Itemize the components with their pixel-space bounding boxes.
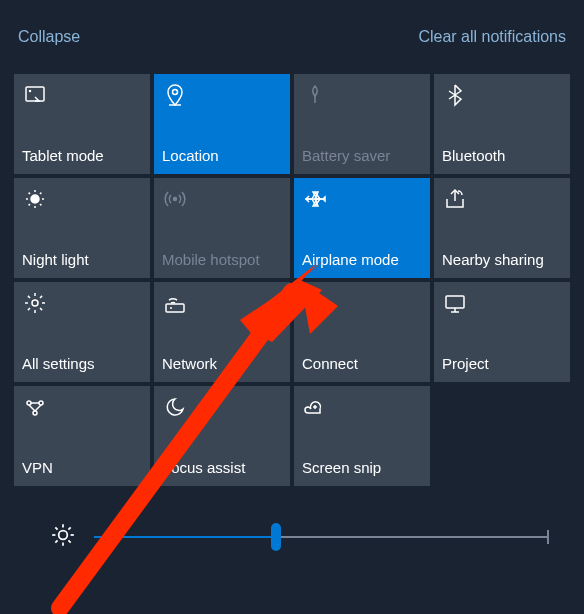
- network-icon: [162, 290, 188, 316]
- svg-line-27: [29, 405, 35, 411]
- svg-line-37: [55, 527, 57, 529]
- svg-line-13: [40, 193, 41, 194]
- svg-point-32: [59, 531, 68, 540]
- svg-rect-16: [166, 304, 184, 312]
- tile-airplane-mode[interactable]: Airplane mode: [294, 178, 430, 278]
- tile-battery-saver[interactable]: Battery saver: [294, 74, 430, 174]
- tile-label: Bluetooth: [442, 147, 562, 164]
- tile-all-settings[interactable]: All settings: [14, 282, 150, 382]
- brightness-slider[interactable]: [94, 525, 548, 549]
- tile-label: All settings: [22, 355, 142, 372]
- svg-line-11: [40, 204, 41, 205]
- svg-point-14: [174, 198, 177, 201]
- tile-label: Night light: [22, 251, 142, 268]
- svg-point-15: [32, 300, 38, 306]
- svg-line-39: [55, 540, 57, 542]
- quick-action-tiles: Tablet modeLocationBattery saverBluetoot…: [14, 74, 570, 486]
- tile-network[interactable]: Network: [154, 282, 290, 382]
- battery-icon: [302, 82, 328, 108]
- tile-label: Project: [442, 355, 562, 372]
- brightness-row: [50, 522, 548, 552]
- tablet-icon: [22, 82, 48, 108]
- svg-point-26: [33, 411, 37, 415]
- svg-line-28: [35, 405, 41, 411]
- svg-point-25: [39, 401, 43, 405]
- vpn-icon: [22, 394, 48, 420]
- tile-bluetooth[interactable]: Bluetooth: [434, 74, 570, 174]
- tile-label: Mobile hotspot: [162, 251, 282, 268]
- svg-rect-0: [26, 87, 44, 101]
- tile-focus-assist[interactable]: Focus assist: [154, 386, 290, 486]
- tile-label: Airplane mode: [302, 251, 422, 268]
- snip-icon: [302, 394, 328, 420]
- svg-point-24: [27, 401, 31, 405]
- settings-icon: [22, 290, 48, 316]
- tile-project[interactable]: Project: [434, 282, 570, 382]
- tile-label: Tablet mode: [22, 147, 142, 164]
- brightness-slider-thumb[interactable]: [271, 523, 281, 551]
- tile-label: Screen snip: [302, 459, 422, 476]
- clear-all-notifications-link[interactable]: Clear all notifications: [418, 28, 566, 46]
- tile-vpn[interactable]: VPN: [14, 386, 150, 486]
- svg-point-2: [173, 90, 178, 95]
- location-icon: [162, 82, 188, 108]
- collapse-link[interactable]: Collapse: [18, 28, 80, 46]
- tile-connect[interactable]: Connect: [294, 282, 430, 382]
- tile-nearby-sharing[interactable]: Nearby sharing: [434, 178, 570, 278]
- bluetooth-icon: [442, 82, 468, 108]
- tile-label: Focus assist: [162, 459, 282, 476]
- svg-point-5: [31, 195, 39, 203]
- svg-point-1: [30, 91, 31, 92]
- tile-label: VPN: [22, 459, 142, 476]
- tile-location[interactable]: Location: [154, 74, 290, 174]
- svg-rect-21: [446, 296, 464, 308]
- brightness-icon: [50, 522, 76, 552]
- tile-night-light[interactable]: Night light: [14, 178, 150, 278]
- tile-label: Connect: [302, 355, 422, 372]
- tile-mobile-hotspot[interactable]: Mobile hotspot: [154, 178, 290, 278]
- hotspot-icon: [162, 186, 188, 212]
- tile-label: Nearby sharing: [442, 251, 562, 268]
- svg-line-38: [68, 540, 70, 542]
- tile-screen-snip[interactable]: Screen snip: [294, 386, 430, 486]
- focus-icon: [162, 394, 188, 420]
- svg-line-12: [29, 204, 30, 205]
- connect-icon: [302, 290, 328, 316]
- tile-tablet-mode[interactable]: Tablet mode: [14, 74, 150, 174]
- night-icon: [22, 186, 48, 212]
- tile-label: Battery saver: [302, 147, 422, 164]
- tile-label: Network: [162, 355, 282, 372]
- svg-line-10: [29, 193, 30, 194]
- svg-line-40: [68, 527, 70, 529]
- tile-label: Location: [162, 147, 282, 164]
- airplane-icon: [302, 186, 328, 212]
- project-icon: [442, 290, 468, 316]
- share-icon: [442, 186, 468, 212]
- action-center-top-links: Collapse Clear all notifications: [0, 0, 584, 46]
